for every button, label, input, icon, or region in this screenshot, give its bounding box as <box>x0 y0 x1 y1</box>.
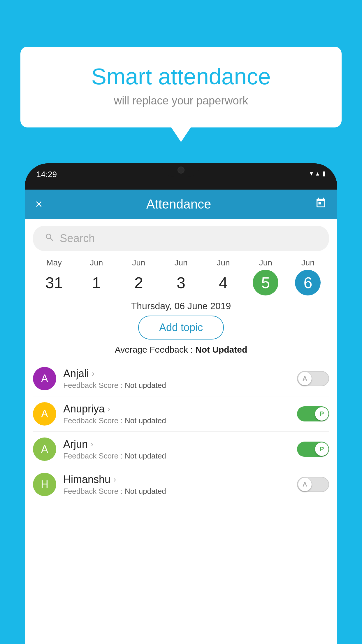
avg-feedback-value: Not Updated <box>195 345 247 354</box>
student-avatar-0: A <box>33 367 56 390</box>
date-item-5[interactable]: Jun5 <box>245 258 287 295</box>
student-name-0: Anjali › <box>63 368 292 380</box>
student-feedback-1: Feedback Score : Not updated <box>63 416 292 425</box>
student-info-0[interactable]: Anjali ›Feedback Score : Not updated <box>63 368 292 390</box>
date-number-3: 3 <box>168 270 194 295</box>
feedback-value-0: Not updated <box>125 381 166 390</box>
front-camera <box>178 167 184 174</box>
toggle-container-2[interactable]: P <box>297 442 329 457</box>
status-icons: ▾ ▴ ▮ <box>310 170 326 177</box>
avg-feedback-label: Average Feedback : <box>115 345 195 354</box>
date-number-6: 6 <box>295 270 321 295</box>
toggle-knob-1: P <box>315 407 328 421</box>
feedback-value-1: Not updated <box>125 416 166 425</box>
add-topic-button[interactable]: Add topic <box>138 316 224 340</box>
battery-icon: ▮ <box>322 170 326 177</box>
search-icon <box>45 232 55 245</box>
header-title: Attendance <box>146 197 211 211</box>
attendance-toggle-2[interactable]: P <box>297 442 329 457</box>
date-month-2: Jun <box>117 258 160 267</box>
speech-bubble: Smart attendance will replace your paper… <box>20 47 342 127</box>
date-item-3[interactable]: Jun3 <box>160 258 202 295</box>
attendance-toggle-0[interactable]: A <box>297 371 329 386</box>
student-item-3: HHimanshu ›Feedback Score : Not updatedA <box>33 467 329 502</box>
date-month-4: Jun <box>202 258 245 267</box>
date-strip: May31Jun1Jun2Jun3Jun4Jun5Jun6 <box>25 258 337 295</box>
status-time: 14:29 <box>36 170 57 179</box>
toggle-knob-0: A <box>298 372 312 385</box>
student-info-1[interactable]: Anupriya ›Feedback Score : Not updated <box>63 403 292 425</box>
student-feedback-0: Feedback Score : Not updated <box>63 381 292 390</box>
wifi-icon: ▾ <box>310 170 313 177</box>
search-bar[interactable]: Search <box>33 226 329 251</box>
date-number-4: 4 <box>210 270 236 295</box>
date-number-2: 2 <box>126 270 152 295</box>
status-bar: 14:29 ▾ ▴ ▮ <box>25 163 337 190</box>
student-list: AAnjali ›Feedback Score : Not updatedAAA… <box>25 361 337 502</box>
student-feedback-2: Feedback Score : Not updated <box>63 452 292 461</box>
student-chevron-2: › <box>91 440 93 449</box>
date-number-1: 1 <box>84 270 109 295</box>
student-avatar-2: A <box>33 438 56 461</box>
phone-frame: 14:29 ▾ ▴ ▮ × Attendance <box>25 163 337 644</box>
student-name-2: Arjun › <box>63 438 292 450</box>
calendar-icon[interactable] <box>315 197 327 211</box>
student-feedback-3: Feedback Score : Not updated <box>63 487 292 496</box>
student-avatar-3: H <box>33 473 56 496</box>
student-info-3[interactable]: Himanshu ›Feedback Score : Not updated <box>63 473 292 496</box>
feedback-value-3: Not updated <box>125 487 166 496</box>
bubble-subtitle: will replace your paperwork <box>44 94 318 107</box>
student-avatar-1: A <box>33 402 56 426</box>
date-item-4[interactable]: Jun4 <box>202 258 245 295</box>
toggle-knob-3: A <box>298 478 312 491</box>
app-screen: × Attendance Search May31Jun1Jun2Jun3Jun… <box>25 190 337 644</box>
toggle-container-1[interactable]: P <box>297 406 329 421</box>
student-name-1: Anupriya › <box>63 403 292 415</box>
student-chevron-1: › <box>108 404 110 414</box>
attendance-toggle-1[interactable]: P <box>297 406 329 421</box>
date-month-6: Jun <box>287 258 329 267</box>
date-item-2[interactable]: Jun2 <box>117 258 160 295</box>
phone-notch <box>162 163 200 177</box>
date-item-0[interactable]: May31 <box>33 258 75 295</box>
search-placeholder: Search <box>60 232 95 245</box>
date-item-6[interactable]: Jun6 <box>287 258 329 295</box>
student-item-2: AArjun ›Feedback Score : Not updatedP <box>33 432 329 467</box>
app-header: × Attendance <box>25 190 337 219</box>
feedback-value-2: Not updated <box>125 452 166 460</box>
date-month-3: Jun <box>160 258 202 267</box>
toggle-container-3[interactable]: A <box>297 477 329 492</box>
average-feedback: Average Feedback : Not Updated <box>25 345 337 355</box>
date-month-5: Jun <box>245 258 287 267</box>
bubble-title: Smart attendance <box>44 64 318 89</box>
date-number-0: 31 <box>41 270 67 295</box>
student-item-0: AAnjali ›Feedback Score : Not updatedA <box>33 361 329 396</box>
student-info-2[interactable]: Arjun ›Feedback Score : Not updated <box>63 438 292 461</box>
student-chevron-0: › <box>92 369 94 378</box>
date-month-0: May <box>33 258 75 267</box>
close-button[interactable]: × <box>35 197 43 211</box>
signal-icon: ▴ <box>316 170 319 177</box>
selected-date: Thursday, 06 June 2019 <box>25 301 337 312</box>
student-name-3: Himanshu › <box>63 473 292 486</box>
student-chevron-3: › <box>113 475 116 484</box>
toggle-knob-2: P <box>315 442 328 456</box>
toggle-container-0[interactable]: A <box>297 371 329 386</box>
date-month-1: Jun <box>75 258 117 267</box>
date-number-5: 5 <box>253 270 278 295</box>
date-item-1[interactable]: Jun1 <box>75 258 117 295</box>
student-item-1: AAnupriya ›Feedback Score : Not updatedP <box>33 396 329 432</box>
attendance-toggle-3[interactable]: A <box>297 477 329 492</box>
